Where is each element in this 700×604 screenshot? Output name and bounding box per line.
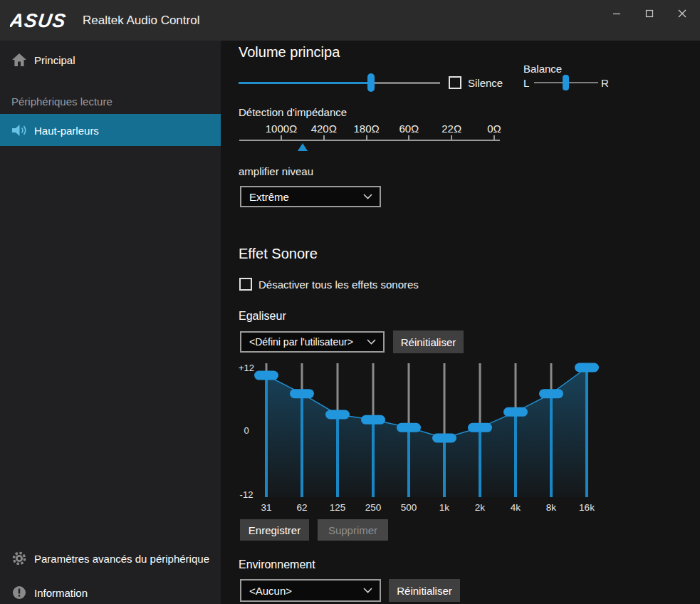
sidebar-item-principal[interactable]: Principal [0, 44, 221, 76]
minimize-button[interactable] [600, 0, 633, 27]
impedance-title: Détection d'impédance [239, 106, 347, 118]
volume-slider-fill [239, 82, 371, 84]
balance-right-label: R [601, 77, 609, 89]
disable-effects-label: Désactiver tous les effets sonores [258, 278, 419, 291]
balance-left-label: L [523, 77, 529, 89]
eq-freq-label: 8k [546, 502, 557, 513]
equalizer-delete-button[interactable]: Supprimer [318, 519, 388, 541]
close-icon [678, 9, 686, 18]
eq-freq-label: 250 [365, 502, 382, 513]
environment-label: Environnement [239, 558, 315, 571]
minimize-icon [612, 9, 621, 18]
sidebar-item-label: Haut-parleurs [34, 124, 99, 136]
maximize-icon [645, 9, 654, 18]
equalizer-reset-button[interactable]: Réinitialiser [393, 330, 464, 353]
eq-freq-label: 1k [439, 502, 450, 513]
eq-band-slider-thumb[interactable] [503, 407, 528, 417]
home-icon [12, 53, 26, 66]
volume-title: Volume principa [239, 44, 340, 61]
eq-band-slider-thumb[interactable] [325, 410, 350, 420]
environment-dropdown-value: <Aucun> [249, 585, 292, 597]
silence-checkbox[interactable] [449, 76, 461, 89]
chevron-down-icon [363, 588, 372, 593]
eq-freq-label: 500 [401, 502, 417, 513]
amplifier-label: amplifier niveau [239, 165, 313, 177]
equalizer-preset-value: <Défini par l'utilisateur> [249, 336, 353, 348]
equalizer-graph: +120-1231621252505001k2k4k8k16k [235, 360, 612, 516]
environment-dropdown[interactable]: <Aucun> [240, 579, 381, 602]
chevron-down-icon [367, 339, 376, 345]
eq-band-slider-thumb[interactable] [468, 423, 492, 432]
impedance-scale-line [239, 140, 500, 141]
impedance-scale-tick [493, 135, 495, 140]
info-icon [12, 585, 26, 600]
amplifier-dropdown-value: Extrême [249, 191, 289, 203]
eq-freq-label: 31 [261, 502, 271, 513]
equalizer-save-button[interactable]: Enregistrer [240, 519, 309, 541]
eq-y-tick-label: +12 [239, 363, 254, 373]
sidebar-item-haut-parleurs[interactable]: Haut-parleurs [0, 114, 221, 146]
eq-band-slider-thumb[interactable] [575, 363, 599, 373]
eq-y-tick-label: 0 [244, 425, 249, 436]
eq-freq-label: 2k [475, 502, 486, 513]
gear-icon [12, 551, 26, 566]
balance-slider-thumb[interactable] [563, 75, 569, 90]
sidebar-item-information[interactable]: Information [0, 578, 221, 604]
impedance-scale-tick [451, 135, 452, 140]
eq-y-tick-label: -12 [240, 489, 254, 500]
eq-band-slider-thumb[interactable] [254, 371, 278, 380]
impedance-scale-tick [408, 135, 409, 140]
main-content: Volume principa Silence Balance L R Déte… [221, 41, 700, 604]
eq-freq-label: 16k [579, 502, 595, 513]
sidebar-item-label: Principal [34, 54, 75, 66]
close-button[interactable] [666, 0, 699, 27]
eq-band-slider-thumb[interactable] [432, 434, 456, 443]
impedance-scale-tick [323, 135, 325, 140]
eq-freq-label: 62 [296, 502, 307, 513]
impedance-scale-tick [366, 135, 367, 140]
speaker-icon [12, 124, 28, 137]
window-title: Realtek Audio Control [83, 14, 199, 28]
sidebar-item-label: Paramètres avancés du périphérique [34, 553, 209, 565]
maximize-button[interactable] [633, 0, 666, 27]
sidebar: Principal Périphériques lecture Haut-par… [0, 41, 221, 604]
eq-band-slider-thumb[interactable] [397, 423, 421, 432]
asus-logo: ASUS [10, 10, 75, 31]
eq-freq-label: 125 [330, 502, 346, 513]
volume-slider-thumb[interactable] [367, 73, 375, 92]
asus-logo-text: ASUS [10, 10, 68, 31]
impedance-marker-icon [298, 143, 308, 151]
equalizer-label: Egaliseur [239, 310, 286, 323]
eq-band-slider-thumb[interactable] [539, 389, 563, 398]
eq-freq-label: 4k [511, 502, 521, 513]
sidebar-item-advanced-settings[interactable]: Paramètres avancés du périphérique [0, 544, 221, 573]
titlebar: ASUS Realtek Audio Control [0, 0, 700, 41]
eq-band-slider-thumb[interactable] [290, 389, 314, 398]
sidebar-item-label: Information [34, 587, 88, 599]
impedance-scale: 1000Ω420Ω180Ω60Ω22Ω0Ω [239, 123, 500, 154]
equalizer-preset-dropdown[interactable]: <Défini par l'utilisateur> [240, 331, 385, 353]
impedance-scale-label: 0Ω [466, 123, 523, 135]
eq-band-slider-thumb[interactable] [361, 415, 385, 425]
sound-effect-title: Effet Sonore [239, 246, 318, 262]
amplifier-dropdown[interactable]: Extrême [240, 186, 381, 207]
sidebar-section-label: Périphériques lecture [11, 95, 113, 108]
impedance-scale-tick [281, 135, 282, 140]
silence-label: Silence [468, 77, 503, 89]
balance-label: Balance [523, 63, 562, 75]
window-controls [600, 0, 699, 27]
chevron-down-icon [363, 194, 372, 199]
disable-effects-checkbox[interactable] [239, 278, 252, 291]
environment-reset-button[interactable]: Réinitialiser [389, 579, 460, 602]
